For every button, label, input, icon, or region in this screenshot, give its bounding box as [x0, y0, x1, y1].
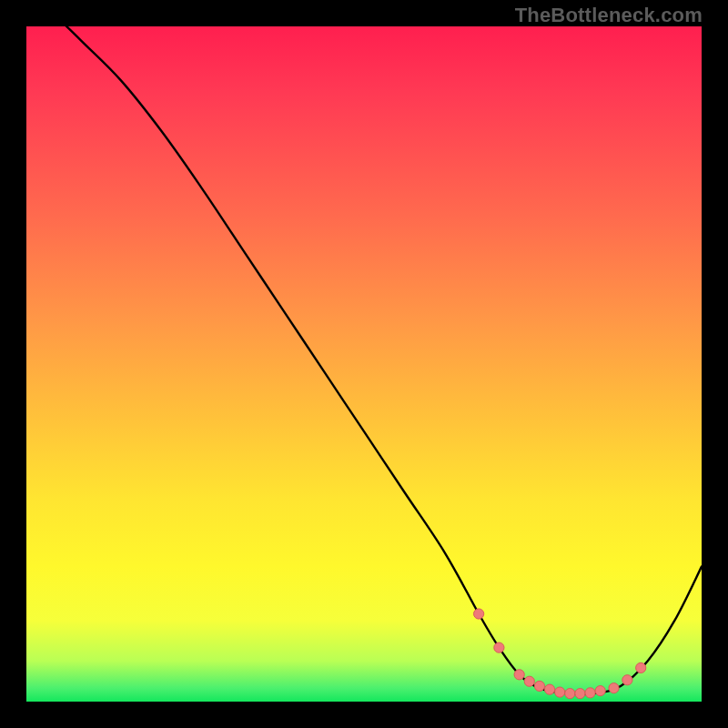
curve-marker	[555, 687, 565, 697]
curve-marker	[622, 675, 632, 685]
curve-marker	[575, 689, 585, 699]
curve-marker	[514, 670, 524, 680]
curve-marker	[544, 684, 554, 694]
curve-marker	[636, 662, 646, 672]
curve-marker	[565, 689, 575, 699]
curve-marker	[534, 681, 544, 691]
curve-marker	[595, 686, 605, 696]
curve-marker	[585, 688, 595, 698]
curve-marker	[609, 683, 619, 693]
plot-area	[26, 26, 702, 702]
curve-marker	[474, 609, 484, 619]
bottleneck-curve	[26, 0, 702, 694]
chart-stage: TheBottleneck.com	[0, 0, 728, 728]
curve-layer	[26, 26, 702, 702]
curve-marker	[524, 676, 534, 686]
curve-marker	[494, 642, 504, 652]
attribution-text: TheBottleneck.com	[515, 4, 703, 27]
